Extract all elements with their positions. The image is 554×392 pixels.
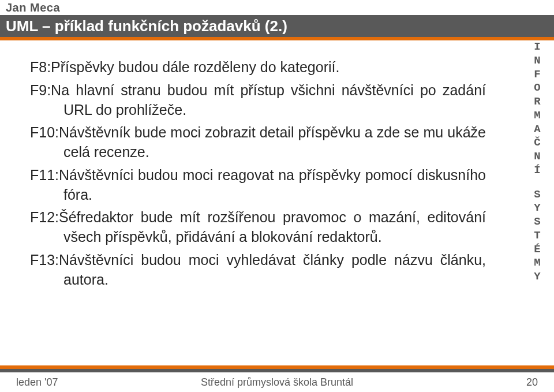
- requirement-f11: F11:Návštěvníci budou moci reagovat na p…: [30, 166, 486, 205]
- side-label-bottom: SYSTÉMY: [534, 188, 541, 283]
- side-vertical-label: INFORMAČNÍ SYSTÉMY: [532, 40, 544, 284]
- page-title: UML – příklad funkčních požadavků (2.): [6, 17, 287, 35]
- footer-date: leden '07: [16, 376, 58, 389]
- title-bar: UML – příklad funkčních požadavků (2.): [0, 15, 554, 37]
- footer-page-number: 20: [526, 376, 538, 389]
- content-area: F8:Příspěvky budou dále rozděleny do kat…: [30, 58, 486, 293]
- requirement-f13: F13:Návštěvníci budou moci vyhledávat čl…: [30, 251, 486, 290]
- side-label-top: INFORMAČNÍ: [534, 40, 541, 177]
- title-accent-line: [0, 37, 554, 40]
- requirement-f12: F12:Šéfredaktor bude mít rozšířenou prav…: [30, 208, 486, 247]
- footer: leden '07 Střední průmyslová škola Brunt…: [0, 372, 554, 392]
- footer-school: Střední průmyslová škola Bruntál: [0, 376, 554, 389]
- requirement-f9: F9:Na hlavní stranu budou mít přístup vš…: [30, 81, 486, 120]
- requirement-f10: F10:Návštěvník bude moci zobrazit detail…: [30, 123, 486, 162]
- author-name: Jan Meca: [6, 1, 60, 14]
- requirement-f8: F8:Příspěvky budou dále rozděleny do kat…: [30, 58, 486, 77]
